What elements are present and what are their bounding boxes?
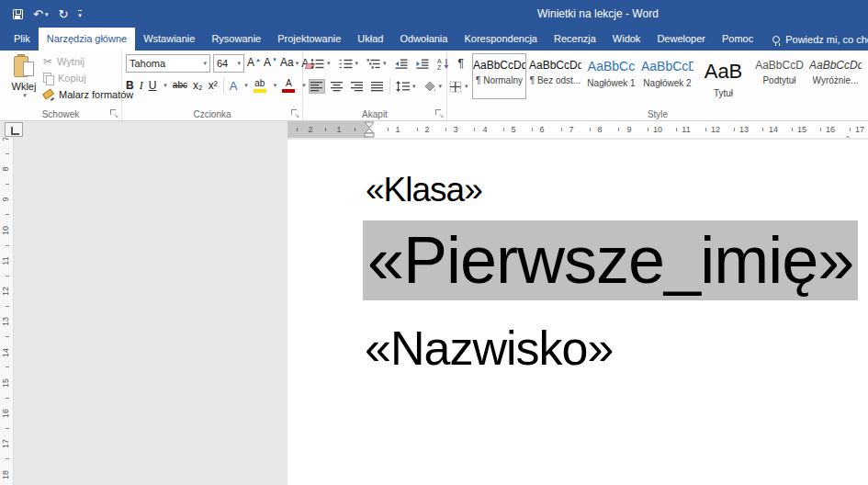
paint-bucket-icon	[423, 81, 436, 93]
bullets-button[interactable]: ▾	[309, 56, 333, 72]
v-ruler-number: 16	[0, 404, 11, 423]
shrink-font-button[interactable]: A▼	[264, 57, 277, 69]
save-icon	[13, 9, 23, 19]
tab-pomoc[interactable]: Pomoc	[714, 28, 761, 51]
tab-korespondencja[interactable]: Korespondencja	[456, 28, 546, 51]
tab-narzedzia-glowne[interactable]: Narzędzia główne	[39, 28, 135, 51]
merge-field-pierwsze-imie[interactable]: «Pierwsze_imię»	[363, 220, 858, 300]
line-spacing-button[interactable]: ▾	[394, 79, 418, 94]
redo-button[interactable]: ↻	[58, 8, 68, 20]
shading-button[interactable]: ▾	[422, 79, 445, 95]
align-left-icon	[310, 81, 323, 92]
tab-wstawianie[interactable]: Wstawianie	[135, 28, 203, 51]
align-center-icon	[331, 81, 344, 92]
bold-button[interactable]: B	[126, 80, 134, 91]
decrease-indent-button[interactable]	[393, 56, 410, 72]
save-button[interactable]	[13, 9, 23, 19]
copy-icon	[43, 73, 53, 84]
paragraph-group-label: Akapit	[303, 109, 446, 119]
multilevel-list-button[interactable]: ▾	[365, 56, 389, 72]
horizontal-ruler-margin	[287, 121, 369, 138]
copy-button[interactable]: Kopiuj	[43, 72, 133, 85]
v-ruler-number: 10	[0, 221, 11, 240]
tab-odwolania[interactable]: Odwołania	[391, 28, 456, 51]
h-ruler-number: 17	[852, 124, 867, 135]
decrease-indent-icon	[395, 58, 408, 70]
multilevel-list-icon	[366, 58, 380, 70]
align-center-button[interactable]	[329, 79, 345, 94]
line-spacing-icon	[396, 81, 410, 92]
paste-dropdown-icon[interactable]: ▾	[23, 92, 27, 99]
tab-rysowanie[interactable]: Rysowanie	[203, 28, 269, 51]
strikethrough-button[interactable]: abc	[173, 81, 187, 90]
highlight-dropdown-icon[interactable]: ▾	[274, 82, 277, 89]
style-normalny[interactable]: AaBbCcDd¶ Normalny	[472, 53, 526, 99]
tab-plik[interactable]: Plik	[6, 28, 39, 51]
font-size-dropdown-icon[interactable]: ▾	[237, 60, 241, 67]
tab-deweloper[interactable]: Deweloper	[648, 28, 714, 51]
v-ruler-number: 12	[0, 282, 11, 300]
h-ruler-number: 5	[506, 124, 521, 135]
font-name-box[interactable]: Tahoma▾	[126, 54, 210, 73]
undo-dropdown-icon[interactable]: ▾	[45, 11, 49, 17]
text-effects-button[interactable]: A	[230, 80, 238, 92]
merge-field-nazwisko[interactable]: «Nazwisko»	[365, 321, 613, 375]
tab-recenzja[interactable]: Recenzja	[546, 28, 604, 51]
tell-me-box[interactable]: Powiedz mi, co chcesz zrobić	[763, 28, 868, 51]
bullets-icon	[310, 58, 324, 70]
numbering-button[interactable]: ▾	[337, 56, 361, 72]
align-left-button[interactable]	[309, 79, 325, 94]
underline-button[interactable]: U	[149, 80, 157, 91]
paragraph-dialog-launcher[interactable]	[434, 108, 444, 118]
paste-button[interactable]: Wklej ▾	[6, 54, 41, 111]
style-naglowek-2[interactable]: AaBbCcDNagłówek 2	[640, 53, 694, 99]
increase-indent-button[interactable]	[414, 56, 431, 72]
horizontal-ruler[interactable]: 2 1 1 2 3 4 5 6 7 8 9 10 11 12 13 14 15 …	[287, 121, 868, 138]
v-ruler-number: 7	[0, 138, 11, 148]
cut-button[interactable]: ✂Wytnij	[43, 55, 133, 68]
font-color-button[interactable]: A	[282, 79, 295, 93]
tab-projektowanie[interactable]: Projektowanie	[269, 28, 349, 51]
h-ruler-number: 7	[564, 124, 579, 135]
v-ruler-number: 9	[0, 190, 11, 209]
justify-button[interactable]	[369, 79, 386, 94]
tab-stop-selector[interactable]	[5, 122, 23, 137]
clipboard-dialog-launcher[interactable]	[109, 108, 118, 118]
font-dialog-launcher[interactable]	[290, 108, 299, 118]
align-right-icon	[351, 81, 364, 92]
style-tytul[interactable]: AaBTytuł	[696, 53, 750, 99]
field-shading[interactable]: «Pierwsze_imię»	[363, 220, 858, 300]
style-bez-odstepow[interactable]: AaBbCcDd¶ Bez odst...	[528, 53, 582, 99]
highlight-button[interactable]: ab	[254, 79, 266, 93]
italic-button[interactable]: I	[140, 80, 143, 91]
scissors-icon: ✂	[43, 56, 52, 67]
subscript-button[interactable]: x₂	[193, 80, 203, 91]
format-painter-button[interactable]: Malarz formatów	[43, 88, 133, 101]
change-case-button[interactable]: Aa▾	[280, 57, 299, 69]
style-wyroznienie[interactable]: AaBbCcDdWyróżnie...	[808, 53, 862, 99]
undo-button[interactable]: ↶▾	[33, 8, 48, 20]
align-right-button[interactable]	[349, 79, 366, 94]
customize-quick-access-toolbar-button[interactable]: ▾	[78, 10, 82, 18]
svg-text:Z: Z	[437, 64, 442, 70]
vertical-ruler[interactable]: 7 8 9 10 11 12 13 14 15 16 17 18	[0, 138, 14, 485]
superscript-button[interactable]: x²	[209, 80, 218, 91]
text-effects-dropdown-icon[interactable]: ▾	[244, 82, 248, 89]
tab-widok[interactable]: Widok	[604, 28, 649, 51]
numbering-icon	[339, 58, 353, 70]
merge-field-klasa[interactable]: «Klasa»	[366, 171, 482, 209]
font-name-dropdown-icon[interactable]: ▾	[203, 60, 207, 67]
underline-dropdown-icon[interactable]: ▾	[163, 82, 167, 89]
h-ruler-number: 16	[823, 124, 838, 135]
tab-uklad[interactable]: Układ	[349, 28, 391, 51]
font-size-box[interactable]: 64▾	[213, 54, 244, 73]
h-ruler-number: 6	[535, 124, 549, 135]
h-ruler-number: 3	[448, 124, 463, 135]
style-naglowek-1[interactable]: AaBbCcNagłówek 1	[584, 53, 638, 99]
h-ruler-number: 8	[592, 124, 607, 135]
style-podtytul[interactable]: AaBbCcDPodtytuł	[752, 53, 806, 99]
grow-font-button[interactable]: A▲	[247, 57, 261, 69]
paste-label: Wklej	[12, 81, 37, 92]
group-paragraph: ▾ ▾ ▾ AZ ¶	[303, 51, 447, 120]
document-page[interactable]: «Klasa» «Pierwsze_imię» «Nazwisko»	[287, 140, 868, 485]
